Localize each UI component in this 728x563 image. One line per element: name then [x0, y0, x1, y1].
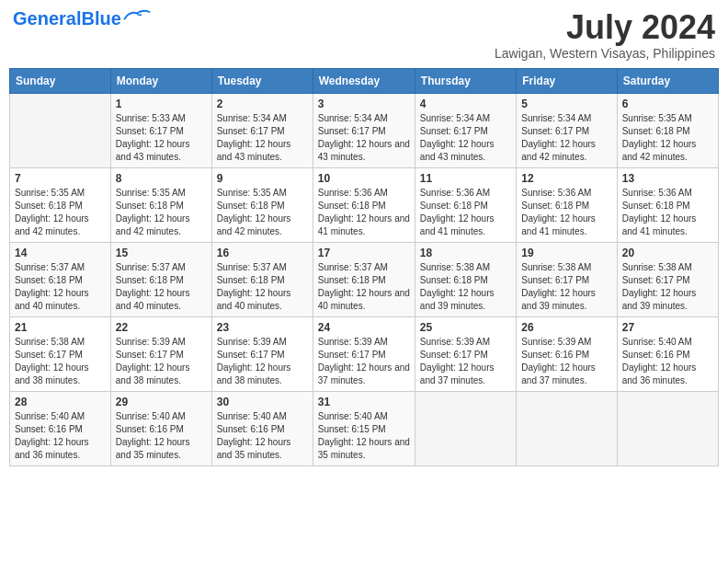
calendar-cell: 22Sunrise: 5:39 AMSunset: 6:17 PMDayligh…	[110, 316, 211, 391]
calendar-cell: 3Sunrise: 5:34 AMSunset: 6:17 PMDaylight…	[313, 93, 415, 167]
day-number: 20	[622, 247, 713, 259]
weekday-header-wednesday: Wednesday	[313, 68, 415, 93]
day-number: 31	[318, 396, 410, 408]
day-number: 11	[420, 172, 511, 185]
calendar-cell: 2Sunrise: 5:34 AMSunset: 6:17 PMDaylight…	[211, 93, 313, 167]
day-info: Sunrise: 5:33 AMSunset: 6:17 PMDaylight:…	[116, 112, 207, 164]
month-year-title: July 2024	[495, 9, 715, 46]
weekday-header-thursday: Thursday	[415, 68, 516, 93]
day-number: 29	[116, 396, 207, 408]
calendar-cell: 28Sunrise: 5:40 AMSunset: 6:16 PMDayligh…	[10, 391, 111, 465]
day-number: 25	[420, 321, 511, 334]
calendar-week-row: 28Sunrise: 5:40 AMSunset: 6:16 PMDayligh…	[10, 391, 719, 465]
calendar-cell: 15Sunrise: 5:37 AMSunset: 6:18 PMDayligh…	[110, 242, 211, 316]
day-number: 15	[116, 247, 207, 259]
day-number: 1	[116, 98, 207, 110]
weekday-header-monday: Monday	[110, 68, 211, 93]
day-info: Sunrise: 5:34 AMSunset: 6:17 PMDaylight:…	[420, 112, 511, 164]
day-info: Sunrise: 5:36 AMSunset: 6:18 PMDaylight:…	[420, 187, 511, 238]
page-header: GeneralBlue July 2024 Lawigan, Western V…	[9, 9, 719, 61]
day-info: Sunrise: 5:39 AMSunset: 6:17 PMDaylight:…	[116, 336, 207, 387]
day-info: Sunrise: 5:37 AMSunset: 6:18 PMDaylight:…	[217, 261, 308, 313]
calendar-cell: 10Sunrise: 5:36 AMSunset: 6:18 PMDayligh…	[313, 167, 415, 242]
calendar-cell: 4Sunrise: 5:34 AMSunset: 6:17 PMDaylight…	[415, 93, 516, 167]
calendar-cell	[517, 391, 617, 465]
day-info: Sunrise: 5:40 AMSunset: 6:15 PMDaylight:…	[318, 410, 410, 462]
day-number: 27	[622, 321, 713, 334]
logo-bird-icon	[123, 6, 151, 23]
day-info: Sunrise: 5:36 AMSunset: 6:18 PMDaylight:…	[622, 187, 713, 238]
day-info: Sunrise: 5:39 AMSunset: 6:17 PMDaylight:…	[217, 336, 308, 387]
calendar-cell: 12Sunrise: 5:36 AMSunset: 6:18 PMDayligh…	[517, 167, 617, 242]
day-number: 16	[217, 247, 308, 259]
day-number: 14	[15, 247, 106, 259]
weekday-header-friday: Friday	[517, 68, 617, 93]
day-info: Sunrise: 5:40 AMSunset: 6:16 PMDaylight:…	[15, 410, 106, 462]
weekday-header-tuesday: Tuesday	[211, 68, 313, 93]
calendar-cell: 21Sunrise: 5:38 AMSunset: 6:17 PMDayligh…	[10, 316, 111, 391]
day-info: Sunrise: 5:34 AMSunset: 6:17 PMDaylight:…	[521, 112, 611, 164]
calendar-cell: 11Sunrise: 5:36 AMSunset: 6:18 PMDayligh…	[415, 167, 516, 242]
calendar-cell: 13Sunrise: 5:36 AMSunset: 6:18 PMDayligh…	[617, 167, 718, 242]
calendar-cell: 26Sunrise: 5:39 AMSunset: 6:16 PMDayligh…	[517, 316, 617, 391]
calendar-cell: 25Sunrise: 5:39 AMSunset: 6:17 PMDayligh…	[415, 316, 516, 391]
calendar-cell: 1Sunrise: 5:33 AMSunset: 6:17 PMDaylight…	[110, 93, 211, 167]
title-section: July 2024 Lawigan, Western Visayas, Phil…	[495, 9, 715, 61]
calendar-cell: 29Sunrise: 5:40 AMSunset: 6:16 PMDayligh…	[110, 391, 211, 465]
day-number: 6	[622, 98, 713, 110]
weekday-header-saturday: Saturday	[617, 68, 718, 93]
day-number: 8	[116, 172, 207, 185]
day-info: Sunrise: 5:38 AMSunset: 6:17 PMDaylight:…	[15, 336, 106, 387]
day-info: Sunrise: 5:36 AMSunset: 6:18 PMDaylight:…	[521, 187, 611, 238]
day-number: 4	[420, 98, 511, 110]
calendar-week-row: 7Sunrise: 5:35 AMSunset: 6:18 PMDaylight…	[10, 167, 719, 242]
day-number: 5	[521, 98, 611, 110]
calendar-week-row: 21Sunrise: 5:38 AMSunset: 6:17 PMDayligh…	[10, 316, 719, 391]
calendar-cell: 23Sunrise: 5:39 AMSunset: 6:17 PMDayligh…	[211, 316, 313, 391]
logo-text: GeneralBlue	[13, 9, 121, 28]
logo: GeneralBlue	[13, 9, 151, 28]
day-info: Sunrise: 5:35 AMSunset: 6:18 PMDaylight:…	[622, 112, 713, 164]
day-number: 19	[521, 247, 611, 259]
day-number: 3	[318, 98, 410, 110]
calendar-cell: 5Sunrise: 5:34 AMSunset: 6:17 PMDaylight…	[517, 93, 617, 167]
calendar-cell: 16Sunrise: 5:37 AMSunset: 6:18 PMDayligh…	[211, 242, 313, 316]
calendar-cell: 30Sunrise: 5:40 AMSunset: 6:16 PMDayligh…	[211, 391, 313, 465]
day-number: 17	[318, 247, 410, 259]
calendar-cell: 7Sunrise: 5:35 AMSunset: 6:18 PMDaylight…	[10, 167, 111, 242]
calendar-cell	[10, 93, 111, 167]
day-info: Sunrise: 5:39 AMSunset: 6:17 PMDaylight:…	[318, 336, 410, 387]
calendar-cell: 8Sunrise: 5:35 AMSunset: 6:18 PMDaylight…	[110, 167, 211, 242]
day-number: 9	[217, 172, 308, 185]
day-info: Sunrise: 5:34 AMSunset: 6:17 PMDaylight:…	[318, 112, 410, 164]
day-info: Sunrise: 5:37 AMSunset: 6:18 PMDaylight:…	[318, 261, 410, 313]
calendar-table: SundayMondayTuesdayWednesdayThursdayFrid…	[9, 68, 719, 466]
day-info: Sunrise: 5:35 AMSunset: 6:18 PMDaylight:…	[217, 187, 308, 238]
calendar-cell: 18Sunrise: 5:38 AMSunset: 6:18 PMDayligh…	[415, 242, 516, 316]
day-info: Sunrise: 5:37 AMSunset: 6:18 PMDaylight:…	[116, 261, 207, 313]
calendar-cell: 24Sunrise: 5:39 AMSunset: 6:17 PMDayligh…	[313, 316, 415, 391]
day-info: Sunrise: 5:39 AMSunset: 6:16 PMDaylight:…	[521, 336, 611, 387]
calendar-cell: 31Sunrise: 5:40 AMSunset: 6:15 PMDayligh…	[313, 391, 415, 465]
day-number: 22	[116, 321, 207, 334]
calendar-cell: 6Sunrise: 5:35 AMSunset: 6:18 PMDaylight…	[617, 93, 718, 167]
calendar-cell	[617, 391, 718, 465]
day-number: 10	[318, 172, 410, 185]
day-number: 23	[217, 321, 308, 334]
day-info: Sunrise: 5:40 AMSunset: 6:16 PMDaylight:…	[116, 410, 207, 462]
weekday-header-sunday: Sunday	[10, 68, 111, 93]
calendar-week-row: 14Sunrise: 5:37 AMSunset: 6:18 PMDayligh…	[10, 242, 719, 316]
day-info: Sunrise: 5:39 AMSunset: 6:17 PMDaylight:…	[420, 336, 511, 387]
day-info: Sunrise: 5:38 AMSunset: 6:18 PMDaylight:…	[420, 261, 511, 313]
day-info: Sunrise: 5:37 AMSunset: 6:18 PMDaylight:…	[15, 261, 106, 313]
day-info: Sunrise: 5:35 AMSunset: 6:18 PMDaylight:…	[116, 187, 207, 238]
day-info: Sunrise: 5:40 AMSunset: 6:16 PMDaylight:…	[622, 336, 713, 387]
calendar-cell: 17Sunrise: 5:37 AMSunset: 6:18 PMDayligh…	[313, 242, 415, 316]
day-number: 12	[521, 172, 611, 185]
day-number: 7	[15, 172, 106, 185]
day-info: Sunrise: 5:34 AMSunset: 6:17 PMDaylight:…	[217, 112, 308, 164]
day-number: 13	[622, 172, 713, 185]
day-info: Sunrise: 5:36 AMSunset: 6:18 PMDaylight:…	[318, 187, 410, 238]
calendar-cell: 20Sunrise: 5:38 AMSunset: 6:17 PMDayligh…	[617, 242, 718, 316]
calendar-cell: 27Sunrise: 5:40 AMSunset: 6:16 PMDayligh…	[617, 316, 718, 391]
